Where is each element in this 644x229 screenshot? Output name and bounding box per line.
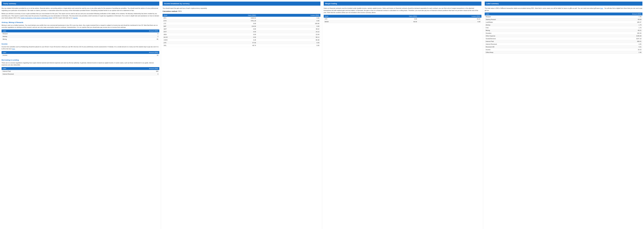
table-cell: ETH [162,19,198,22]
table-row: BTC5308.920.00 [162,17,320,20]
ib-col-asset: Asset [162,14,198,17]
table-cell: Donation [485,32,570,35]
borrowing-col-label: Label [2,67,86,70]
income-col-label: Label [2,51,60,54]
table-cell: 134.94 [198,25,257,28]
table-row: Mining65.51 [485,29,642,32]
borrowing-table: Label Amount (DKK) Interest Paid389Inter… [2,67,159,76]
table-cell: 24.22 [257,30,320,33]
table-row: LRC0.0043.21 [324,18,482,20]
gift-tax-link[interactable]: here [600,8,603,9]
table-cell: BTC [162,17,198,20]
table-cell: ALGO [162,36,198,39]
table-cell: 4761.29 [198,19,257,22]
borrowing-section-text: There are no concise regulations regardi… [2,62,159,66]
table-cell: BAT [162,25,198,28]
skat-link[interactable]: skat.dk. [73,17,78,19]
table-row: USDC4.2885.98 [162,39,320,41]
airdrop-col-label: Label [2,30,62,32]
table-cell: 0.00 [418,20,482,23]
table-row: Donation190.34 [485,32,642,35]
table-row: Staking Reward69.68 [485,18,642,21]
mt-col-gains: Gains (DKK) [359,15,418,18]
table-cell: 7.76 [570,16,642,18]
table-cell: 22.84 [257,33,320,36]
table-cell: 85.98 [257,39,320,41]
income-breakdown-panel: Income breakdown by currency You should … [161,0,322,229]
label-summary-header: Label summary [485,2,642,6]
income-breakdown-header: Income breakdown by currency [162,2,320,6]
table-row: SOL48.740.00 [162,44,320,47]
label-summary-panel: Label summary The total value in DKK of … [483,0,644,229]
table-cell: 160.80 [257,22,320,25]
table-cell: 4.25 [570,43,642,46]
table-cell: 389 [86,70,159,73]
borrowing-col-amount: Amount (DKK) [86,67,159,70]
table-cell: USDC [162,39,198,41]
table-cell: QNT [162,28,198,30]
table-cell: 19 [60,54,159,57]
table-cell: 19.15 [570,48,642,51]
yearly-summary-panel: Yearly summary Any tax-related informati… [0,0,161,229]
table-row: Interest Received4 [2,73,159,75]
table-row: Gifted Away2.46 [485,51,642,54]
table-cell: 48.74 [198,44,257,47]
table-cell: 2.46 [570,51,642,54]
table-cell: Income [2,54,60,57]
margin-trading-panel: Margin trading Gains on financial contra… [322,0,483,229]
table-cell: 5308.92 [198,17,257,20]
table-row: Airdrop1.73 [485,24,642,26]
mt-col-asset: Asset [324,15,360,18]
table-cell: 0.00 [257,17,320,20]
table-row: Other Expense3196.84 [485,35,642,37]
table-cell: Interest Received [485,43,570,46]
table-cell: 38.62 [257,28,320,30]
table-cell: Other Expense [485,35,570,37]
table-cell: 97.66 [198,41,257,44]
table-cell: ADA [162,33,198,36]
table-row: Interest Received4.25 [485,43,642,46]
airdrop-table: Label Amount (DKK) Reward8Airdrop2Mining… [2,30,159,41]
table-cell: 3196.84 [570,35,642,37]
yearly-summary-header: Yearly summary [2,2,159,6]
table-row: Goods/Services3247.10 [485,37,642,40]
table-cell: DOT [162,30,198,33]
table-cell: Received Gift [485,46,570,48]
table-cell: 190.34 [570,32,642,35]
table-row: ETH4761.290.00 [162,19,320,22]
table-cell: 4 [86,73,159,75]
table-cell: Income [485,48,570,51]
table-row: Income19 [2,54,159,57]
guide-link[interactable]: Guide to declaring crypto taxes in Denma… [20,17,53,19]
ib-col-losses: Losses (DKK) [257,14,320,17]
table-cell: Fork [485,26,570,29]
table-row: Reward8 [2,32,159,35]
margin-trading-header: Margin trading [324,2,482,6]
table-cell: 43.21 [418,18,482,20]
table-cell: Reward [2,32,62,35]
table-cell: 2 [62,35,159,38]
table-cell: 0.00 [359,18,418,20]
table-cell: 389.01 [570,40,642,43]
ls-col-label: Label [485,13,570,16]
table-cell: Goods/Services [485,37,570,40]
table-cell: Interest Paid [485,40,570,43]
table-cell: 0.00 [257,44,320,47]
income-form-link[interactable]: here [12,48,15,50]
mt-col-losses: Losses (DKK) [418,15,482,18]
table-row: Received Gift4.21 [485,46,642,48]
table-cell: 0.00 [198,36,257,39]
table-cell: 0.00 [198,28,257,30]
yearly-summary-below: Below you will find a summary of your cr… [2,13,159,19]
table-cell: 58.11 [257,36,320,39]
income-breakdown-table: Asset Gains (DKK) Losses (DKK) BTC5308.9… [162,14,320,47]
table-cell: Lost/Stolen [485,21,570,24]
table-cell: 0.00 [257,19,320,22]
table-cell: 4.28 [198,39,257,41]
table-row: ALGO0.0058.11 [162,36,320,39]
table-cell: Interest Paid [2,70,86,73]
airdrop-col-amount: Amount (DKK) [62,30,159,32]
table-cell: 69.68 [570,18,642,21]
table-cell: 8 [62,32,159,35]
income-section-text: Income from activities such as freelanci… [2,46,159,50]
